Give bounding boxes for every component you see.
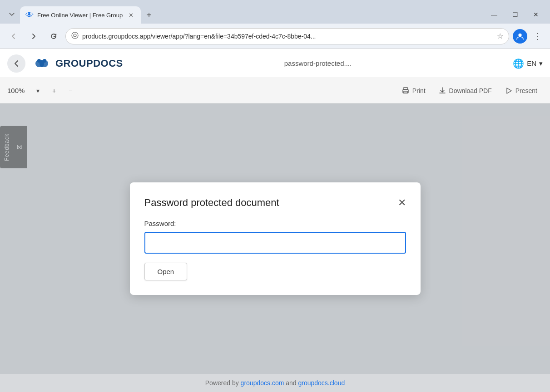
nav-bar: products.groupdocs.app/viewer/app/?lang=… [0,24,550,49]
document-name: password-protected.... [130,59,505,67]
profile-icon[interactable] [513,29,527,44]
app-header: GROUPDOCS password-protected.... 🌐 EN ▾ [0,49,550,78]
footer-text-before: Powered by [205,379,241,387]
browser-frame: 👁 Free Online Viewer | Free Group ✕ + — … [0,0,550,392]
tab-favicon: 👁 [25,11,34,19]
tab-title: Free Online Viewer | Free Group [37,12,123,19]
modal-overlay: Password protected document ✕ Password: … [0,103,550,374]
globe-icon: 🌐 [513,58,524,69]
svg-marker-12 [507,88,511,93]
content-area: Feedback ⧖ Password protected document ✕… [0,103,550,374]
logo-text: GROUPDOCS [55,58,123,69]
modal-close-button[interactable]: ✕ [398,198,406,208]
app-area: GROUPDOCS password-protected.... 🌐 EN ▾ … [0,49,550,392]
zoom-chevron-icon: ▾ [36,87,40,94]
password-input[interactable] [144,232,406,254]
zoom-dropdown-button[interactable]: ▾ [31,83,45,98]
download-icon [438,87,446,95]
address-bar[interactable]: products.groupdocs.app/viewer/app/?lang=… [65,28,509,44]
nav-right: ⋮ [513,29,545,44]
svg-point-8 [43,59,46,63]
tab-dropdown[interactable] [4,5,20,24]
zoom-out-button[interactable]: − [63,83,78,98]
logo-icon [33,54,51,73]
download-pdf-button[interactable]: Download PDF [433,83,497,98]
browser-menu-button[interactable]: ⋮ [530,29,545,44]
back-button[interactable] [5,28,22,44]
close-button[interactable]: ✕ [525,5,546,24]
toolbar-right: Print Download PDF Present [396,83,543,98]
password-label: Password: [144,220,406,227]
zoom-level: 100% [7,87,29,94]
present-button[interactable]: Present [499,83,543,98]
active-tab[interactable]: 👁 Free Online Viewer | Free Group ✕ [20,6,141,24]
address-security-icon [71,32,79,40]
url-text: products.groupdocs.app/viewer/app/?lang=… [82,33,493,40]
download-pdf-label: Download PDF [449,87,492,94]
minimize-button[interactable]: — [484,5,505,24]
present-icon [505,87,513,95]
footer-link-groupdocs-com[interactable]: groupdocs.com [241,379,284,387]
zoom-in-button[interactable]: + [47,83,61,98]
forward-button[interactable] [25,28,42,44]
print-icon [401,87,410,95]
open-button[interactable]: Open [144,263,188,280]
svg-point-0 [72,32,78,39]
reload-button[interactable] [45,28,62,44]
tab-close-button[interactable]: ✕ [126,10,135,20]
print-button[interactable]: Print [396,83,431,98]
logo-area: GROUPDOCS [33,54,123,73]
modal-header: Password protected document ✕ [144,197,406,209]
language-selector[interactable]: 🌐 EN ▾ [513,58,543,69]
svg-point-1 [74,34,76,37]
toolbar: 100% ▾ + − Print Download PDF [0,78,550,103]
password-modal: Password protected document ✕ Password: … [130,182,421,295]
svg-point-2 [518,33,521,36]
new-tab-button[interactable]: + [141,6,157,24]
tab-bar: 👁 Free Online Viewer | Free Group ✕ + — … [0,0,550,24]
print-label: Print [412,87,426,94]
app-back-button[interactable] [7,54,25,73]
svg-point-7 [37,59,41,63]
window-controls: — ☐ ✕ [484,5,546,24]
svg-rect-11 [404,91,407,93]
language-label: EN [527,59,536,67]
footer: Powered by groupdocs.com and groupdocs.c… [0,374,550,392]
bookmark-star-icon[interactable]: ☆ [497,32,503,40]
maximize-button[interactable]: ☐ [505,5,525,24]
language-chevron-icon: ▾ [539,59,543,68]
present-label: Present [515,87,537,94]
footer-link-groupdocs-cloud[interactable]: groupdocs.cloud [298,379,345,387]
footer-text-middle: and [284,379,298,387]
modal-title: Password protected document [144,197,279,209]
